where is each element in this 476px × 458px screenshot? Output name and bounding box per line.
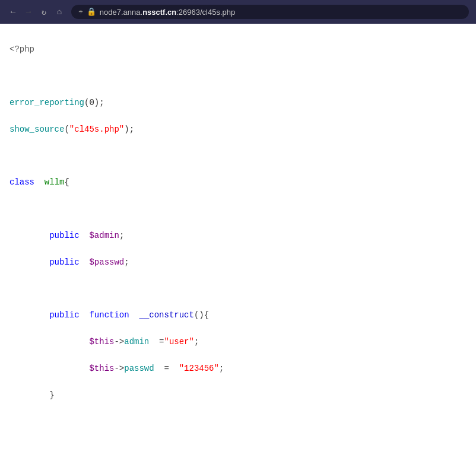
line-3: error_reporting(0);	[9, 96, 467, 109]
code-block: <?php error_reporting(0); show_source("c…	[9, 30, 467, 458]
line-7	[9, 202, 467, 215]
line-12: $this->admin ="user";	[9, 335, 467, 348]
line-14: }	[9, 389, 467, 402]
url-domain: nssctf.cn	[142, 8, 176, 17]
forward-button[interactable]: →	[23, 6, 34, 18]
line-13: $this->passwd = "123456";	[9, 362, 467, 375]
line-5	[9, 150, 467, 163]
shield-icon: ☂	[78, 7, 83, 17]
line-10	[9, 282, 467, 295]
lock-icon: 🔒	[87, 7, 96, 17]
line-16	[9, 441, 467, 454]
line-4: show_source("cl45s.php");	[9, 123, 467, 136]
home-button[interactable]: ⌂	[53, 6, 65, 18]
line-8: public $admin;	[9, 229, 467, 242]
back-button[interactable]: ←	[7, 6, 19, 18]
line-1: <?php	[9, 43, 467, 56]
address-bar[interactable]: ☂ 🔒 node7.anna.nssctf.cn:26963/cl45s.php	[71, 5, 469, 19]
line-9: public $passwd;	[9, 256, 467, 269]
line-6: class wllm{	[9, 176, 467, 189]
browser-toolbar: ← → ↻ ⌂ ☂ 🔒 node7.anna.nssctf.cn:26963/c…	[0, 0, 476, 24]
url-text: node7.anna.nssctf.cn:26963/cl45s.php	[100, 8, 235, 17]
refresh-button[interactable]: ↻	[38, 6, 50, 18]
line-15	[9, 415, 467, 428]
line-11: public function __construct(){	[9, 308, 467, 322]
line-2	[9, 69, 467, 82]
page-content: <?php error_reporting(0); show_source("c…	[0, 24, 476, 458]
nav-buttons: ← → ↻ ⌂	[7, 6, 65, 18]
